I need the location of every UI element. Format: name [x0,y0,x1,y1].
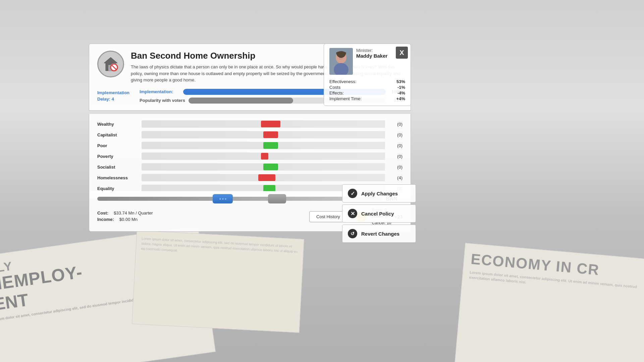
policy-icon [97,51,124,77]
effectiveness-row: Effectiveness: 53% [329,79,405,84]
cancel-policy-button[interactable]: ✕ Cancel Policy [342,204,416,223]
effect-indicator [258,174,275,181]
effects-row: Effects: -4% [329,90,405,96]
effect-label-socialist: Socialist [97,165,138,170]
effect-label-wealthy: Wealthy [97,122,138,127]
popularity-label: Popularity with voters [140,98,185,103]
cost-history-button[interactable]: Cost History [309,211,347,222]
newspaper-center: Lorem ipsum dolor sit amet, consectetur … [132,230,304,333]
cost-label: Cost: [97,210,108,216]
revert-label: Revert Changes [361,231,399,237]
income-value: $0.00 Mn [119,217,138,222]
effect-indicator [263,164,278,170]
effect-bar-wealthy [142,120,385,128]
effect-indicator [263,185,275,192]
effect-row-homelessness: Homelessness(4) [97,172,402,183]
effect-indicator [263,142,278,149]
effects-label: Effects: [329,90,344,96]
newspaper-background: DAILY UNEMPLOY- MENT Lorem ipsum dolor s… [0,228,644,362]
cancel-label: Cancel Policy [361,211,394,217]
effect-row-poverty: Poverty(0) [97,151,402,162]
implement-time-value: +4% [396,96,405,101]
slider-track[interactable] [97,197,382,201]
dot2 [222,198,224,200]
effect-bar-poor [142,142,385,149]
effect-row-socialist: Socialist(0) [97,162,402,172]
popularity-bar [189,98,293,104]
costs-label: Costs [329,85,340,90]
effect-indicator [261,153,268,160]
minister-panel: X Minister: Maddy Baker Effectiveness: 5… [324,44,411,106]
effect-label-equality: Equality [97,186,138,191]
implement-time-label: Implement Time: [329,96,362,101]
effect-value-poverty: (0) [389,154,402,159]
apply-label: Apply Changes [361,191,398,196]
dot1 [219,198,221,200]
income-label: Income: [97,217,114,222]
effect-label-capitalist: Capitalist [97,132,138,137]
effectiveness-label: Effectiveness: [329,79,357,84]
effect-value-poor: (0) [389,143,402,148]
implement-time-row: Implement Time: +4% [329,96,405,102]
effect-bar-poverty [142,153,385,160]
check-icon: ✓ [348,189,357,198]
effect-value-wealthy: (0) [389,122,402,127]
slider-thumb-blue[interactable] [213,194,233,203]
effect-label-homelessness: Homelessness [97,175,138,180]
effect-value-socialist: (0) [389,165,402,170]
cancel-x-icon: ✕ [348,209,357,218]
effect-indicator [263,131,278,138]
effect-bar-capitalist [142,131,385,138]
minister-avatar [329,48,353,75]
effect-label-poor: Poor [97,143,138,148]
effectiveness-value: 53% [396,79,405,84]
effect-indicator [261,121,280,127]
effects-value: -4% [397,90,405,96]
newspaper-right: ECONOMY IN CR Lorem ipsum dolor sit amet… [454,243,644,362]
revert-icon: ↺ [348,229,357,238]
effect-bar-homelessness [142,174,385,181]
effects-list: Wealthy(0)Capitalist(0)Poor(0)Poverty(0)… [97,119,402,194]
cost-value: $33.74 Mn / Quarter [114,210,153,216]
effect-row-wealthy: Wealthy(0) [97,119,402,129]
effect-label-poverty: Poverty [97,154,138,159]
effect-bar-socialist [142,163,385,171]
income-item: Income: $0.00 Mn [97,217,303,222]
costs-row: Costs -1% [329,84,405,90]
minister-stats: Effectiveness: 53% Costs -1% Effects: -4… [329,79,405,102]
effect-row-poor: Poor(0) [97,140,402,151]
cost-info: Cost: $33.74 Mn / Quarter Income: $0.00 … [97,210,303,223]
close-button[interactable]: X [396,47,408,59]
slider-thumb-gray[interactable] [268,194,286,203]
costs-value: -1% [397,85,405,90]
cost-item: Cost: $33.74 Mn / Quarter [97,210,303,216]
revert-changes-button[interactable]: ↺ Revert Changes [342,225,416,243]
action-panel: ✓ Apply Changes ✕ Cancel Policy ↺ Revert… [342,184,416,243]
apply-changes-button[interactable]: ✓ Apply Changes [342,184,416,202]
implementation-label: Implementation: [140,89,180,94]
effect-value-capitalist: (0) [389,132,402,137]
effect-row-capitalist: Capitalist(0) [97,129,402,140]
dot3 [225,198,226,200]
effect-value-homelessness: (4) [389,175,402,180]
minister-header: Minister: Maddy Baker [329,48,405,75]
implementation-delay: ImplementationDelay: 4 [97,90,129,102]
